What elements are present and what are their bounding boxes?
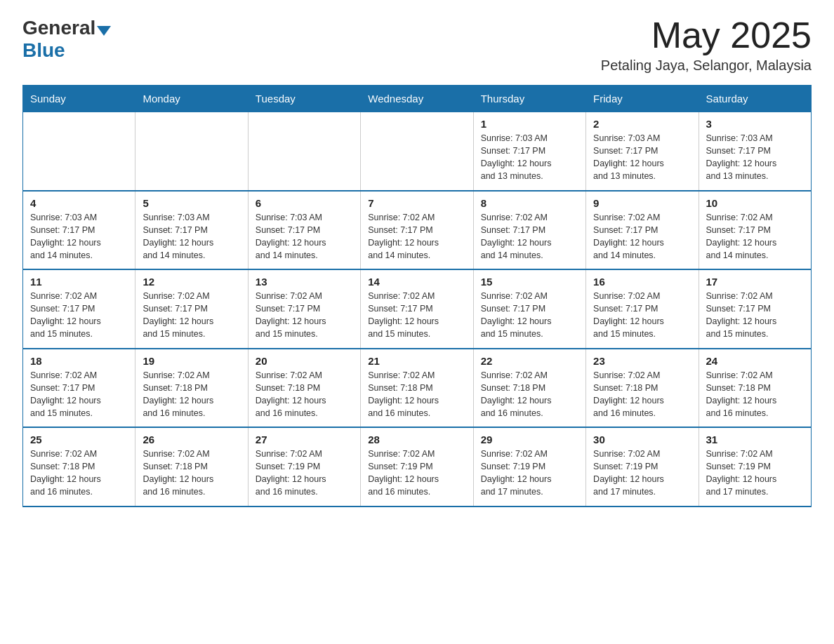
calendar-cell: 29Sunrise: 7:02 AM Sunset: 7:19 PM Dayli… — [473, 427, 585, 507]
calendar-week-row: 18Sunrise: 7:02 AM Sunset: 7:17 PM Dayli… — [23, 349, 812, 428]
day-info: Sunrise: 7:03 AM Sunset: 7:17 PM Dayligh… — [143, 211, 240, 262]
logo-general-text: General — [22, 17, 95, 39]
page-header: General Blue May 2025 Petaling Jaya, Sel… — [22, 17, 812, 74]
day-info: Sunrise: 7:02 AM Sunset: 7:19 PM Dayligh… — [256, 448, 353, 499]
calendar-cell: 22Sunrise: 7:02 AM Sunset: 7:18 PM Dayli… — [473, 349, 585, 428]
day-of-week-header: Sunday — [23, 86, 135, 112]
day-info: Sunrise: 7:02 AM Sunset: 7:17 PM Dayligh… — [593, 211, 691, 262]
day-number: 3 — [706, 118, 804, 130]
day-info: Sunrise: 7:02 AM Sunset: 7:19 PM Dayligh… — [706, 448, 804, 499]
calendar-cell: 30Sunrise: 7:02 AM Sunset: 7:19 PM Dayli… — [586, 427, 699, 507]
day-info: Sunrise: 7:02 AM Sunset: 7:19 PM Dayligh… — [593, 448, 691, 499]
day-number: 22 — [481, 355, 578, 367]
day-number: 7 — [368, 197, 465, 209]
calendar-cell: 3Sunrise: 7:03 AM Sunset: 7:17 PM Daylig… — [699, 112, 811, 191]
day-number: 4 — [30, 197, 128, 209]
calendar-cell: 18Sunrise: 7:02 AM Sunset: 7:17 PM Dayli… — [23, 349, 135, 428]
day-info: Sunrise: 7:02 AM Sunset: 7:17 PM Dayligh… — [706, 211, 804, 262]
day-info: Sunrise: 7:02 AM Sunset: 7:17 PM Dayligh… — [481, 290, 578, 341]
calendar-cell: 16Sunrise: 7:02 AM Sunset: 7:17 PM Dayli… — [586, 269, 699, 349]
calendar-cell: 15Sunrise: 7:02 AM Sunset: 7:17 PM Dayli… — [473, 269, 585, 349]
day-of-week-header: Wednesday — [361, 86, 473, 112]
calendar-cell: 24Sunrise: 7:02 AM Sunset: 7:18 PM Dayli… — [699, 349, 811, 428]
day-number: 10 — [706, 197, 804, 209]
day-number: 18 — [30, 355, 128, 367]
calendar-cell: 4Sunrise: 7:03 AM Sunset: 7:17 PM Daylig… — [23, 191, 135, 270]
calendar-week-row: 25Sunrise: 7:02 AM Sunset: 7:18 PM Dayli… — [23, 427, 812, 507]
day-number: 29 — [481, 434, 578, 445]
day-info: Sunrise: 7:02 AM Sunset: 7:18 PM Dayligh… — [593, 369, 691, 420]
calendar-table: SundayMondayTuesdayWednesdayThursdayFrid… — [22, 85, 812, 507]
day-info: Sunrise: 7:02 AM Sunset: 7:17 PM Dayligh… — [593, 290, 691, 341]
calendar-cell: 19Sunrise: 7:02 AM Sunset: 7:18 PM Dayli… — [135, 349, 248, 428]
day-info: Sunrise: 7:03 AM Sunset: 7:17 PM Dayligh… — [593, 132, 691, 183]
calendar-cell: 17Sunrise: 7:02 AM Sunset: 7:17 PM Dayli… — [699, 269, 811, 349]
calendar-cell — [248, 112, 360, 191]
calendar-cell: 8Sunrise: 7:02 AM Sunset: 7:17 PM Daylig… — [473, 191, 585, 270]
day-number: 25 — [30, 434, 128, 445]
header-right: May 2025 Petaling Jaya, Selangor, Malays… — [601, 17, 812, 74]
day-info: Sunrise: 7:02 AM Sunset: 7:17 PM Dayligh… — [30, 290, 128, 341]
calendar-cell: 14Sunrise: 7:02 AM Sunset: 7:17 PM Dayli… — [361, 269, 473, 349]
calendar-cell: 12Sunrise: 7:02 AM Sunset: 7:17 PM Dayli… — [135, 269, 248, 349]
day-number: 1 — [481, 118, 578, 130]
day-number: 26 — [143, 434, 240, 445]
calendar-cell: 11Sunrise: 7:02 AM Sunset: 7:17 PM Dayli… — [23, 269, 135, 349]
day-number: 24 — [706, 355, 804, 367]
day-number: 20 — [256, 355, 353, 367]
calendar-cell: 2Sunrise: 7:03 AM Sunset: 7:17 PM Daylig… — [586, 112, 699, 191]
day-info: Sunrise: 7:02 AM Sunset: 7:17 PM Dayligh… — [481, 211, 578, 262]
day-info: Sunrise: 7:03 AM Sunset: 7:17 PM Dayligh… — [256, 211, 353, 262]
location-text: Petaling Jaya, Selangor, Malaysia — [601, 58, 812, 74]
day-number: 15 — [481, 276, 578, 288]
day-info: Sunrise: 7:02 AM Sunset: 7:17 PM Dayligh… — [30, 369, 128, 420]
day-info: Sunrise: 7:02 AM Sunset: 7:17 PM Dayligh… — [368, 290, 465, 341]
day-number: 28 — [368, 434, 465, 445]
day-info: Sunrise: 7:02 AM Sunset: 7:18 PM Dayligh… — [368, 369, 465, 420]
logo-blue-text: Blue — [22, 39, 65, 62]
day-number: 17 — [706, 276, 804, 288]
calendar-week-row: 4Sunrise: 7:03 AM Sunset: 7:17 PM Daylig… — [23, 191, 812, 270]
day-of-week-header: Friday — [586, 86, 699, 112]
day-number: 11 — [30, 276, 128, 288]
day-info: Sunrise: 7:02 AM Sunset: 7:18 PM Dayligh… — [706, 369, 804, 420]
day-number: 16 — [593, 276, 691, 288]
day-info: Sunrise: 7:02 AM Sunset: 7:18 PM Dayligh… — [143, 369, 240, 420]
day-number: 8 — [481, 197, 578, 209]
day-of-week-header: Monday — [135, 86, 248, 112]
calendar-cell: 31Sunrise: 7:02 AM Sunset: 7:19 PM Dayli… — [699, 427, 811, 507]
day-info: Sunrise: 7:02 AM Sunset: 7:17 PM Dayligh… — [143, 290, 240, 341]
day-info: Sunrise: 7:02 AM Sunset: 7:19 PM Dayligh… — [481, 448, 578, 499]
day-info: Sunrise: 7:02 AM Sunset: 7:17 PM Dayligh… — [256, 290, 353, 341]
calendar-cell: 7Sunrise: 7:02 AM Sunset: 7:17 PM Daylig… — [361, 191, 473, 270]
calendar-cell: 20Sunrise: 7:02 AM Sunset: 7:18 PM Dayli… — [248, 349, 360, 428]
calendar-cell: 26Sunrise: 7:02 AM Sunset: 7:18 PM Dayli… — [135, 427, 248, 507]
day-info: Sunrise: 7:02 AM Sunset: 7:18 PM Dayligh… — [481, 369, 578, 420]
day-info: Sunrise: 7:03 AM Sunset: 7:17 PM Dayligh… — [30, 211, 128, 262]
calendar-cell: 10Sunrise: 7:02 AM Sunset: 7:17 PM Dayli… — [699, 191, 811, 270]
day-of-week-header: Thursday — [473, 86, 585, 112]
logo: General Blue — [22, 17, 112, 62]
day-number: 31 — [706, 434, 804, 445]
day-info: Sunrise: 7:03 AM Sunset: 7:17 PM Dayligh… — [481, 132, 578, 183]
day-info: Sunrise: 7:02 AM Sunset: 7:17 PM Dayligh… — [368, 211, 465, 262]
calendar-cell — [23, 112, 135, 191]
calendar-header-row: SundayMondayTuesdayWednesdayThursdayFrid… — [23, 86, 812, 112]
day-info: Sunrise: 7:03 AM Sunset: 7:17 PM Dayligh… — [706, 132, 804, 183]
day-number: 9 — [593, 197, 691, 209]
day-info: Sunrise: 7:02 AM Sunset: 7:17 PM Dayligh… — [706, 290, 804, 341]
month-title: May 2025 — [601, 17, 812, 53]
day-info: Sunrise: 7:02 AM Sunset: 7:18 PM Dayligh… — [30, 448, 128, 499]
calendar-cell: 25Sunrise: 7:02 AM Sunset: 7:18 PM Dayli… — [23, 427, 135, 507]
day-number: 21 — [368, 355, 465, 367]
logo-arrow-icon — [97, 26, 111, 36]
calendar-cell: 13Sunrise: 7:02 AM Sunset: 7:17 PM Dayli… — [248, 269, 360, 349]
calendar-cell — [361, 112, 473, 191]
day-number: 12 — [143, 276, 240, 288]
calendar-week-row: 1Sunrise: 7:03 AM Sunset: 7:17 PM Daylig… — [23, 112, 812, 191]
calendar-cell: 21Sunrise: 7:02 AM Sunset: 7:18 PM Dayli… — [361, 349, 473, 428]
calendar-week-row: 11Sunrise: 7:02 AM Sunset: 7:17 PM Dayli… — [23, 269, 812, 349]
day-of-week-header: Tuesday — [248, 86, 360, 112]
day-number: 19 — [143, 355, 240, 367]
day-number: 2 — [593, 118, 691, 130]
